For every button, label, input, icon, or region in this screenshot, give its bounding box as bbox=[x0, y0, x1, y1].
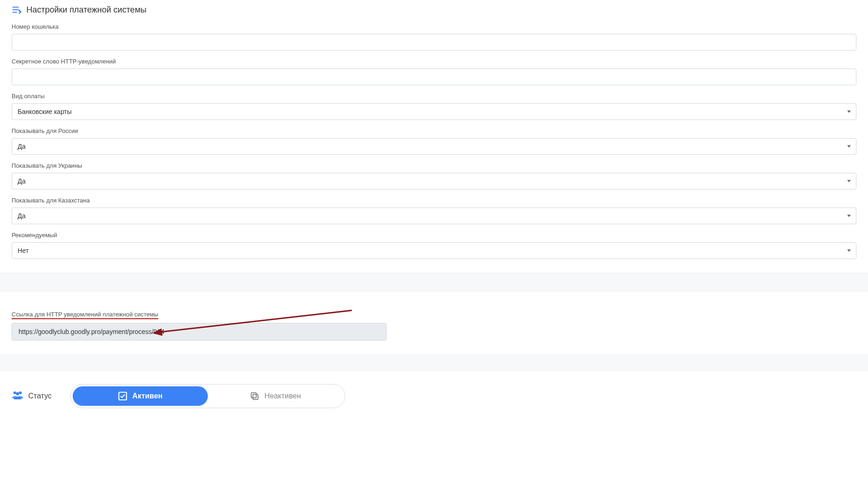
label-recommended: Рекомендуемый bbox=[12, 232, 856, 239]
status-active-label: Активен bbox=[132, 392, 162, 400]
status-row: Статус Активен Неактивен bbox=[0, 371, 868, 417]
input-secret[interactable] bbox=[12, 69, 856, 85]
select-show-kazakhstan[interactable]: Да bbox=[12, 208, 856, 224]
svg-point-6 bbox=[19, 391, 22, 394]
label-payment-type: Вид оплаты bbox=[12, 93, 856, 100]
select-recommended[interactable]: Нет bbox=[12, 242, 856, 259]
label-show-russia: Показывать для России bbox=[12, 127, 856, 134]
section-title: Настройки платежной системы bbox=[26, 5, 146, 15]
field-payment-type: Вид оплаты Банковские карты bbox=[12, 93, 856, 120]
status-toggle: Активен Неактивен bbox=[70, 384, 345, 408]
section-header: Настройки платежной системы bbox=[12, 5, 856, 15]
section-divider-2 bbox=[0, 354, 868, 371]
input-wallet[interactable] bbox=[12, 34, 856, 50]
people-icon bbox=[12, 390, 24, 402]
field-wallet: Номер кошелька bbox=[12, 23, 856, 50]
select-payment-type[interactable]: Банковские карты bbox=[12, 103, 856, 120]
status-label-group: Статус bbox=[12, 390, 52, 402]
label-show-kazakhstan: Показывать для Казахстана bbox=[12, 197, 856, 204]
svg-rect-10 bbox=[251, 393, 256, 398]
status-inactive-label: Неактивен bbox=[264, 392, 301, 400]
field-recommended: Рекомендуемый Нет bbox=[12, 232, 856, 259]
select-show-russia[interactable]: Да bbox=[12, 138, 856, 155]
field-show-kazakhstan: Показывать для Казахстана Да bbox=[12, 197, 856, 224]
svg-point-7 bbox=[16, 392, 19, 396]
svg-rect-9 bbox=[253, 394, 258, 399]
label-notify-link: Ссылка для HTTP уведомлений платежной си… bbox=[12, 311, 158, 319]
copy-icon bbox=[250, 391, 260, 401]
field-show-ukraine: Показывать для Украины Да bbox=[12, 162, 856, 189]
select-show-ukraine[interactable]: Да bbox=[12, 173, 856, 189]
status-label-text: Статус bbox=[28, 392, 52, 400]
status-active-button[interactable]: Активен bbox=[73, 386, 208, 406]
section-divider bbox=[0, 273, 868, 291]
svg-point-5 bbox=[13, 391, 16, 394]
field-show-russia: Показывать для России Да bbox=[12, 127, 856, 155]
label-show-ukraine: Показывать для Украины bbox=[12, 162, 856, 169]
field-secret: Секретное слово HTTP-уведомлений bbox=[12, 58, 856, 85]
checkbox-checked-icon bbox=[118, 391, 128, 401]
notify-link-section: Ссылка для HTTP уведомлений платежной си… bbox=[0, 291, 868, 354]
label-wallet: Номер кошелька bbox=[12, 23, 856, 30]
status-inactive-button[interactable]: Неактивен bbox=[208, 386, 343, 406]
settings-list-icon bbox=[12, 5, 22, 15]
label-secret: Секретное слово HTTP-уведомлений bbox=[12, 58, 856, 65]
input-notify-link[interactable] bbox=[12, 323, 387, 340]
